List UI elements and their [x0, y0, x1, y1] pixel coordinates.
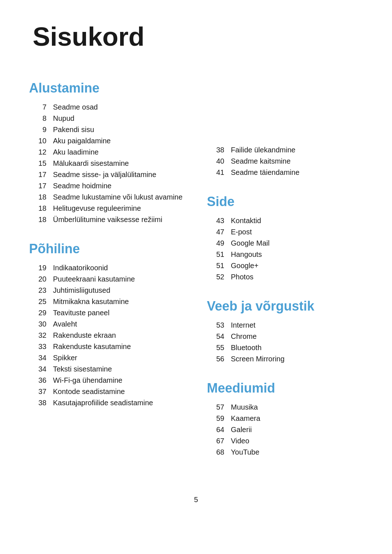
toc-page-num: 7 — [29, 103, 46, 111]
toc-item-label: Kaamera — [231, 414, 260, 423]
toc-item-label: Nupud — [53, 114, 74, 123]
toc-page-num: 43 — [207, 217, 224, 225]
toc-page-num: 55 — [207, 344, 224, 352]
list-item: 18Seadme lukustamine või lukust avamine — [29, 193, 185, 201]
toc-page-num: 30 — [29, 320, 46, 328]
toc-page-num: 49 — [207, 239, 224, 247]
list-item: 20Puuteekraani kasutamine — [29, 275, 185, 283]
list-item: 18Ümberlülitumine vaiksesse režiimi — [29, 216, 185, 224]
content-grid: Alustamine 7Seadme osad8Nupud9Pakendi si… — [29, 81, 363, 474]
toc-item-label: Seadme osad — [53, 103, 98, 111]
toc-page-num: 18 — [29, 216, 46, 224]
list-item: 49Google Mail — [207, 239, 363, 247]
toc-item-label: Kontode seadistamine — [53, 387, 125, 396]
toc-item-label: Hangouts — [231, 250, 262, 259]
toc-item-label: Mitmikakna kasutamine — [53, 297, 129, 306]
toc-page-num: 59 — [207, 414, 224, 423]
list-item: 43Kontaktid — [207, 217, 363, 225]
list-item: 55Bluetooth — [207, 344, 363, 352]
toc-page-num: 36 — [29, 376, 46, 385]
toc-item-label: Seadme täiendamine — [231, 168, 299, 177]
section-items-alustamine-cont: 38Failide ülekandmine40Seadme kaitsmine4… — [207, 146, 363, 177]
list-item: 57Muusika — [207, 403, 363, 411]
toc-item-label: Pakendi sisu — [53, 126, 94, 134]
section-title-pohiline: Põhiline — [29, 241, 185, 257]
toc-item-label: Video — [231, 437, 249, 445]
list-item: 37Kontode seadistamine — [29, 387, 185, 396]
list-item: 17Seadme hoidmine — [29, 182, 185, 190]
page-number: 5 — [29, 496, 363, 504]
list-item: 59Kaamera — [207, 414, 363, 423]
list-item: 30Avaleht — [29, 320, 185, 328]
toc-page-num: 51 — [207, 250, 224, 259]
list-item: 36Wi-Fi-ga ühendamine — [29, 376, 185, 385]
toc-item-label: Spikker — [53, 354, 77, 362]
toc-item-label: Aku laadimine — [53, 148, 99, 156]
toc-item-label: Indikaatorikoonid — [53, 264, 108, 272]
toc-item-label: Chrome — [231, 332, 257, 341]
toc-item-label: Muusika — [231, 403, 258, 411]
toc-item-label: Kontaktid — [231, 217, 261, 225]
toc-page-num: 10 — [29, 137, 46, 145]
list-item: 54Chrome — [207, 332, 363, 341]
toc-item-label: Internet — [231, 321, 256, 329]
toc-item-label: Seadme sisse- ja väljalülitamine — [53, 171, 156, 179]
toc-item-label: Helitugevuse reguleerimine — [53, 204, 141, 213]
toc-item-label: Failide ülekandmine — [231, 146, 295, 154]
list-item: 51Hangouts — [207, 250, 363, 259]
list-item: 12Aku laadimine — [29, 148, 185, 156]
list-item: 17Seadme sisse- ja väljalülitamine — [29, 171, 185, 179]
toc-item-label: Photos — [231, 273, 253, 281]
section-side: Side 43Kontaktid47E-post49Google Mail51H… — [207, 194, 363, 281]
section-items-meediumid: 57Muusika59Kaamera64Galerii67Video68YouT… — [207, 403, 363, 456]
toc-item-label: Bluetooth — [231, 344, 262, 352]
section-meediumid: Meediumid 57Muusika59Kaamera64Galerii67V… — [207, 381, 363, 456]
list-item: 40Seadme kaitsmine — [207, 157, 363, 165]
toc-page-num: 18 — [29, 204, 46, 213]
list-item: 7Seadme osad — [29, 103, 185, 111]
toc-page-num: 34 — [29, 365, 46, 373]
toc-page-num: 8 — [29, 114, 46, 123]
section-alustamine: Alustamine 7Seadme osad8Nupud9Pakendi si… — [29, 81, 185, 224]
list-item: 64Galerii — [207, 426, 363, 434]
section-items-side: 43Kontaktid47E-post49Google Mail51Hangou… — [207, 217, 363, 281]
list-item: 33Rakenduste kasutamine — [29, 342, 185, 351]
toc-page-num: 64 — [207, 426, 224, 434]
toc-page-num: 38 — [29, 399, 46, 407]
toc-item-label: Aku paigaldamine — [53, 137, 111, 145]
toc-item-label: Galerii — [231, 426, 252, 434]
section-items-alustamine: 7Seadme osad8Nupud9Pakendi sisu10Aku pai… — [29, 103, 185, 224]
toc-page-num: 29 — [29, 309, 46, 317]
list-item: 38Failide ülekandmine — [207, 146, 363, 154]
list-item: 47E-post — [207, 228, 363, 236]
toc-page-num: 51 — [207, 262, 224, 270]
section-pohiline: Põhiline 19Indikaatorikoonid20Puuteekraa… — [29, 241, 185, 407]
toc-page-num: 53 — [207, 321, 224, 329]
toc-page-num: 15 — [29, 159, 46, 168]
toc-page-num: 33 — [29, 342, 46, 351]
toc-page-num: 57 — [207, 403, 224, 411]
list-item: 10Aku paigaldamine — [29, 137, 185, 145]
section-title-veeb: Veeb ja võrgustik — [207, 299, 363, 314]
toc-page-num: 47 — [207, 228, 224, 236]
toc-page-num: 41 — [207, 168, 224, 177]
toc-page-num: 17 — [29, 182, 46, 190]
list-item: 34Teksti sisestamine — [29, 365, 185, 373]
list-item: 8Nupud — [29, 114, 185, 123]
list-item: 23Juhtimisliigutused — [29, 286, 185, 295]
right-column: 38Failide ülekandmine40Seadme kaitsmine4… — [207, 81, 363, 474]
toc-item-label: Juhtimisliigutused — [53, 286, 110, 295]
toc-item-label: Seadme hoidmine — [53, 182, 111, 190]
toc-item-label: Screen Mirroring — [231, 355, 285, 363]
toc-page-num: 25 — [29, 297, 46, 306]
toc-item-label: Seadme kaitsmine — [231, 157, 291, 165]
list-item: 18Helitugevuse reguleerimine — [29, 204, 185, 213]
list-item: 34Spikker — [29, 354, 185, 362]
list-item: 67Video — [207, 437, 363, 445]
list-item: 32Rakenduste ekraan — [29, 331, 185, 340]
list-item: 41Seadme täiendamine — [207, 168, 363, 177]
toc-page-num: 52 — [207, 273, 224, 281]
section-alustamine-cont: 38Failide ülekandmine40Seadme kaitsmine4… — [207, 146, 363, 177]
toc-item-label: Mälukaardi sisestamine — [53, 159, 129, 168]
left-column: Alustamine 7Seadme osad8Nupud9Pakendi si… — [29, 81, 185, 474]
